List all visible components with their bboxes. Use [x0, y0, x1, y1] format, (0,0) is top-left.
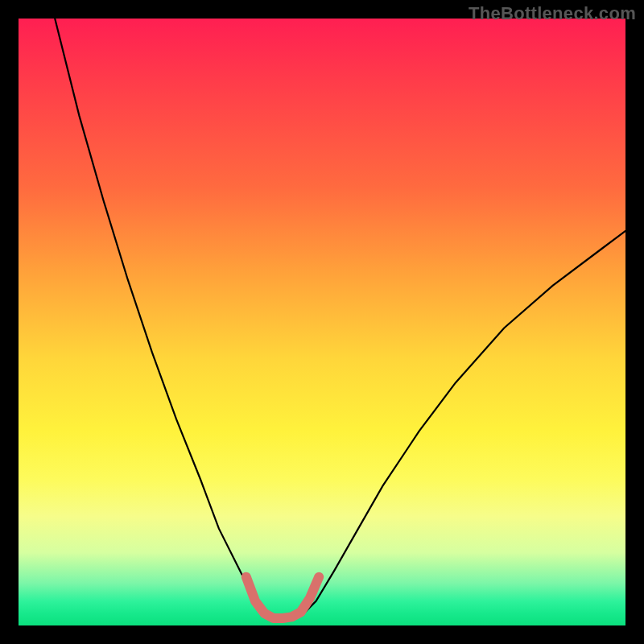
chart-frame: TheBottleneck.com [0, 0, 644, 644]
plot-area [19, 19, 625, 625]
watermark-text: TheBottleneck.com [469, 3, 636, 24]
curve-right [303, 231, 625, 613]
chart-curves [19, 19, 625, 625]
curve-left [55, 19, 267, 613]
curve-highlight [246, 577, 319, 618]
